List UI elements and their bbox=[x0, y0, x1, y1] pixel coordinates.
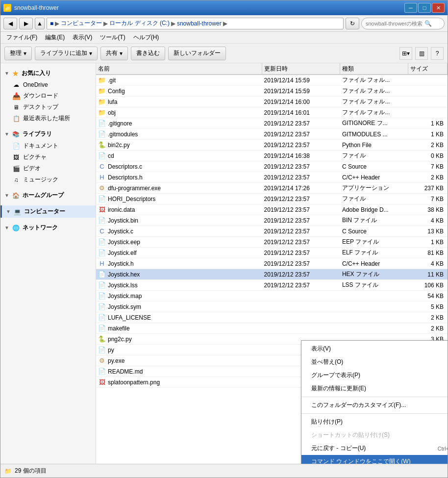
context-menu-item: ショートカットの貼り付け(S) bbox=[301, 428, 448, 442]
table-row[interactable]: ⚙ dfu-programmer.exe 2019/12/14 17:26 アプ… bbox=[96, 183, 448, 194]
table-row[interactable]: 📄 LUFA_LICENSE 2 KB bbox=[96, 312, 448, 323]
table-row[interactable]: 📄 makefile 2 KB bbox=[96, 323, 448, 334]
file-name: obj bbox=[108, 109, 116, 116]
sidebar-item-onedrive[interactable]: ☁ OneDrive bbox=[0, 79, 96, 90]
menu-file[interactable]: ファイル(F) bbox=[2, 32, 41, 43]
view-toggle-button[interactable]: ⊞▾ bbox=[399, 47, 412, 60]
sidebar-item-videos[interactable]: 🎬 ビデオ bbox=[0, 163, 96, 174]
share-label: 共有 bbox=[106, 49, 118, 57]
file-date: 2019/12/12 23:57 bbox=[262, 131, 340, 138]
context-menu-item[interactable]: グループで表示(P)▶ bbox=[301, 369, 448, 382]
table-row[interactable]: C Descriptors.c 2019/12/12 23:57 C Sourc… bbox=[96, 161, 448, 172]
table-row[interactable]: 📄 Joystick.elf 2019/12/12 23:57 ELF ファイル… bbox=[96, 248, 448, 258]
libraries-section: ▼ 📚 ライブラリ 📄 ドキュメント 🖼 ピクチャ 🎬 ビデオ ♫ bbox=[0, 128, 96, 185]
header-type[interactable]: 種類 bbox=[340, 63, 408, 75]
search-input[interactable] bbox=[366, 21, 424, 26]
table-row[interactable]: 📄 Joystick.bin 2019/12/12 23:57 BIN ファイル… bbox=[96, 215, 448, 226]
add-library-label: ライブラリに追加 bbox=[40, 49, 87, 57]
network-section: ▼ 🌐 ネットワーク bbox=[0, 222, 96, 234]
file-size: 11 KB bbox=[408, 271, 448, 278]
homegroup-header[interactable]: ▼ 🏠 ホームグループ bbox=[0, 189, 96, 201]
add-to-library-button[interactable]: ライブラリに追加 ▾ bbox=[35, 47, 98, 60]
back-button[interactable]: ◀ bbox=[3, 18, 17, 29]
table-row[interactable]: H Descriptors.h 2019/12/12 23:57 C/C++ H… bbox=[96, 172, 448, 183]
table-row[interactable]: 🐍 bin2c.py 2019/12/12 23:57 Python File … bbox=[96, 140, 448, 151]
up-button[interactable]: ▲ bbox=[35, 18, 45, 29]
sidebar-item-desktop[interactable]: 🖥 デスクトップ bbox=[0, 101, 96, 113]
sidebar-item-documents[interactable]: 📄 ドキュメント bbox=[0, 140, 96, 151]
sidebar-item-pictures[interactable]: 🖼 ピクチャ bbox=[0, 151, 96, 163]
file-icon: 📁 bbox=[98, 98, 106, 106]
preview-pane-button[interactable]: ▥ bbox=[415, 47, 428, 60]
computer-header[interactable]: ▼ 💻 コンピューター bbox=[0, 205, 96, 218]
new-folder-button[interactable]: 新しいフォルダー bbox=[168, 47, 226, 60]
share-button[interactable]: 共有 ▾ bbox=[100, 47, 128, 60]
refresh-button[interactable]: ↻ bbox=[346, 18, 359, 29]
sidebar-item-recent[interactable]: 📋 最近表示した場所 bbox=[0, 113, 96, 124]
context-menu-item[interactable]: 最新の情報に更新(E) bbox=[301, 382, 448, 395]
minimize-button[interactable]: ─ bbox=[404, 3, 417, 13]
table-row[interactable]: 📄 Joystick.lss 2019/12/12 23:57 LSS ファイル… bbox=[96, 280, 448, 291]
table-row[interactable]: 📁 lufa 2019/12/14 16:00 ファイル フォル... bbox=[96, 97, 448, 107]
table-row[interactable]: 📄 .gitignore 2019/12/12 23:57 GITIGNORE … bbox=[96, 118, 448, 129]
table-row[interactable]: 📄 Joystick.hex 2019/12/12 23:57 HEX ファイル… bbox=[96, 269, 448, 280]
table-row[interactable]: C Joystick.c 2019/12/12 23:57 C Source 1… bbox=[96, 226, 448, 237]
search-box[interactable]: 🔍 bbox=[361, 18, 445, 29]
header-name[interactable]: 名前 bbox=[96, 63, 262, 75]
file-name: bin2c.py bbox=[108, 142, 130, 149]
context-menu-separator bbox=[301, 413, 448, 414]
file-icon: C bbox=[98, 163, 106, 171]
context-menu-item[interactable]: 貼り付け(P) bbox=[301, 415, 448, 428]
file-icon: ⚙ bbox=[98, 184, 106, 192]
context-menu-item[interactable]: このフォルダーのカスタマイズ(F)... bbox=[301, 399, 448, 412]
table-row[interactable]: 📁 obj 2019/12/14 16:01 ファイル フォル... bbox=[96, 107, 448, 118]
menu-view[interactable]: 表示(V) bbox=[69, 32, 96, 43]
context-menu-item[interactable]: 元に戻す - コピー(U)Ctrl+Z bbox=[301, 442, 448, 455]
file-type: C/C++ Header bbox=[340, 174, 408, 181]
header-size[interactable]: サイズ bbox=[408, 63, 448, 75]
menu-help[interactable]: ヘルプ(H) bbox=[129, 32, 163, 43]
favorites-label: お気に入り bbox=[22, 69, 51, 77]
help-button[interactable]: ? bbox=[431, 47, 444, 60]
table-row[interactable]: 📄 cd 2019/12/14 16:38 ファイル 0 KB bbox=[96, 151, 448, 161]
file-name: Joystick.h bbox=[108, 260, 134, 267]
organize-button[interactable]: 整理 ▾ bbox=[4, 47, 32, 60]
path-separator1: ▶ bbox=[55, 20, 59, 27]
table-row[interactable]: H Joystick.h 2019/12/12 23:57 C/C++ Head… bbox=[96, 258, 448, 269]
table-row[interactable]: 🖼 ironic.data 2019/12/12 23:57 Adobe Bri… bbox=[96, 204, 448, 215]
desktop-icon: 🖥 bbox=[12, 103, 20, 111]
share-arrow: ▾ bbox=[120, 50, 123, 57]
context-menu-item[interactable]: 並べ替え(O)▶ bbox=[301, 355, 448, 369]
table-row[interactable]: 📄 Joystick.sym 5 KB bbox=[96, 302, 448, 312]
burn-button[interactable]: 書き込む bbox=[131, 47, 165, 60]
menu-tools[interactable]: ツール(T) bbox=[96, 32, 129, 43]
libraries-header[interactable]: ▼ 📚 ライブラリ bbox=[0, 128, 96, 140]
file-size: 2 KB bbox=[408, 325, 448, 332]
table-row[interactable]: 📄 Joystick.map 54 KB bbox=[96, 291, 448, 302]
file-size: 7 KB bbox=[408, 163, 448, 170]
address-path[interactable]: ■ ▶ コンピューター ▶ ローカル ディスク (C:) ▶ snowball-… bbox=[47, 18, 344, 29]
file-icon: 📄 bbox=[98, 292, 106, 300]
file-type: アプリケーション bbox=[340, 184, 408, 192]
sidebar-item-downloads[interactable]: 📥 ダウンロード bbox=[0, 90, 96, 101]
recent-label: 最近表示した場所 bbox=[23, 114, 70, 123]
sidebar-item-music[interactable]: ♫ ミュージック bbox=[0, 174, 96, 185]
context-menu-separator bbox=[301, 397, 448, 397]
favorites-header[interactable]: ▼ ★ お気に入り bbox=[0, 67, 96, 79]
close-button[interactable]: ✕ bbox=[432, 3, 445, 13]
file-date: 2019/12/12 23:57 bbox=[262, 239, 340, 246]
table-row[interactable]: 📄 .gitmodules 2019/12/12 23:57 GITMODULE… bbox=[96, 129, 448, 140]
file-size: 2 KB bbox=[408, 142, 448, 149]
file-name: .git bbox=[108, 77, 116, 84]
table-row[interactable]: 📄 Joystick.eep 2019/12/12 23:57 EEP ファイル… bbox=[96, 237, 448, 248]
table-row[interactable]: 📄 HORI_Descriptors 2019/12/12 23:57 ファイル… bbox=[96, 194, 448, 204]
forward-button[interactable]: ▶ bbox=[19, 18, 33, 29]
table-row[interactable]: 📁 .git 2019/12/14 15:59 ファイル フォル... bbox=[96, 75, 448, 86]
header-date[interactable]: 更新日時 bbox=[262, 63, 340, 75]
table-row[interactable]: 📁 Config 2019/12/14 15:59 ファイル フォル... bbox=[96, 86, 448, 97]
menu-edit[interactable]: 編集(E) bbox=[41, 32, 69, 43]
maximize-button[interactable]: □ bbox=[418, 3, 431, 13]
network-header[interactable]: ▼ 🌐 ネットワーク bbox=[0, 222, 96, 234]
context-menu-item[interactable]: 表示(V)▶ bbox=[301, 342, 448, 355]
context-menu-item[interactable]: コマンド ウィンドウをここで開く(W) bbox=[301, 455, 448, 464]
